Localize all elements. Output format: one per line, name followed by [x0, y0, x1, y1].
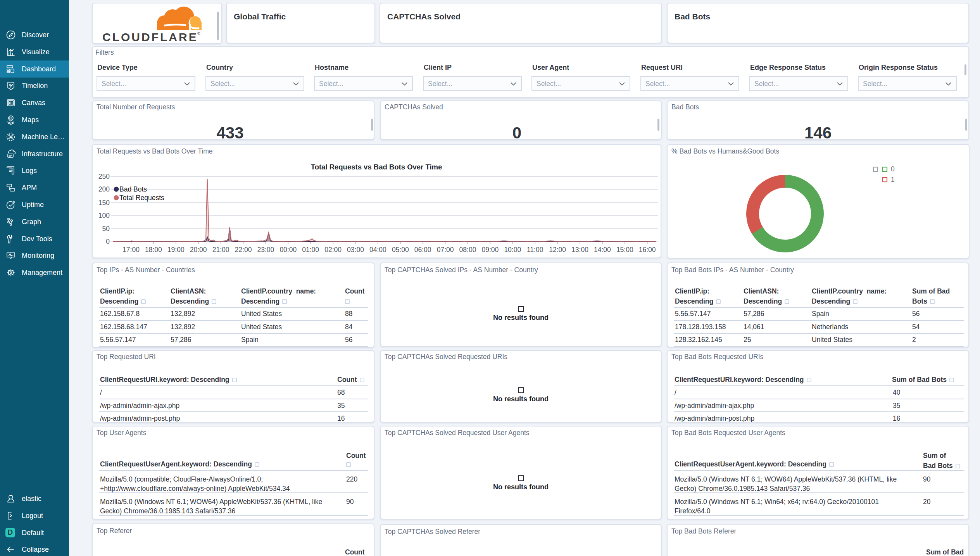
svg-text:150: 150 — [98, 199, 110, 207]
svg-text:06:00: 06:00 — [414, 246, 431, 254]
svg-text:18:00: 18:00 — [145, 246, 162, 254]
svg-text:19:00: 19:00 — [167, 246, 185, 254]
svg-text:05:00: 05:00 — [392, 246, 409, 254]
svg-text:21:00: 21:00 — [212, 246, 229, 254]
svg-text:14:00: 14:00 — [594, 246, 611, 254]
svg-text:17:00: 17:00 — [122, 246, 140, 254]
svg-text:12:00: 12:00 — [549, 246, 566, 254]
svg-text:20:00: 20:00 — [190, 246, 207, 254]
svg-text:50: 50 — [102, 225, 110, 233]
svg-text:01:00: 01:00 — [302, 246, 319, 254]
svg-text:100: 100 — [98, 212, 110, 219]
svg-text:09:00: 09:00 — [482, 246, 499, 254]
svg-text:13:00: 13:00 — [571, 246, 588, 254]
svg-text:16:00: 16:00 — [639, 246, 656, 254]
svg-text:03:00: 03:00 — [347, 246, 364, 254]
svg-text:0: 0 — [106, 238, 110, 245]
svg-text:23:00: 23:00 — [257, 246, 274, 254]
svg-text:250: 250 — [98, 173, 110, 180]
svg-text:15:00: 15:00 — [616, 246, 633, 254]
svg-text:®: ® — [197, 31, 200, 36]
svg-text:04:00: 04:00 — [369, 246, 386, 254]
svg-text:00:00: 00:00 — [280, 246, 297, 254]
svg-text:02:00: 02:00 — [324, 246, 342, 254]
svg-text:11:00: 11:00 — [527, 246, 543, 254]
svg-text:Bad Bots: Bad Bots — [119, 185, 147, 193]
svg-text:0: 0 — [891, 165, 895, 173]
svg-text:Total Requests: Total Requests — [119, 194, 164, 202]
svg-text:1: 1 — [891, 176, 895, 183]
svg-text:22:00: 22:00 — [235, 246, 252, 254]
svg-text:200: 200 — [98, 185, 110, 193]
svg-text:CLOUDFLARE: CLOUDFLARE — [102, 31, 198, 43]
svg-text:07:00: 07:00 — [437, 246, 454, 254]
svg-text:10:00: 10:00 — [504, 246, 521, 254]
svg-text:Total Requests vs Bad Bots Ove: Total Requests vs Bad Bots Over Time — [311, 163, 442, 171]
svg-text:08:00: 08:00 — [459, 246, 476, 254]
